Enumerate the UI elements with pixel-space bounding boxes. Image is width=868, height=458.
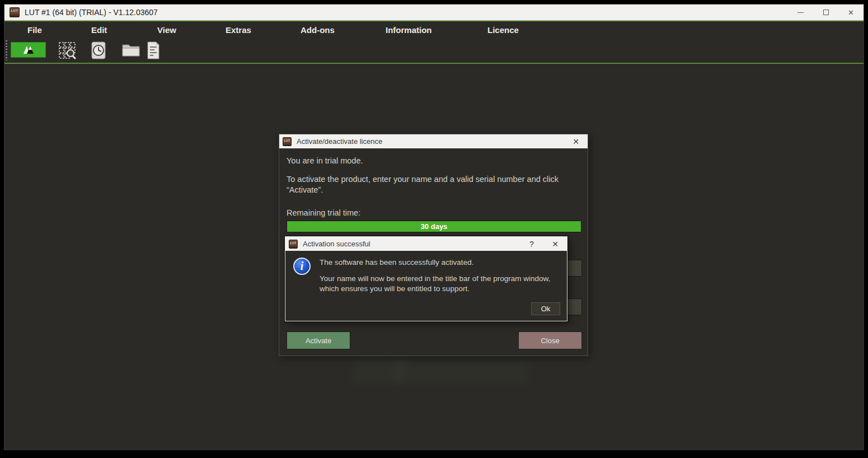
- trial-mode-text: You are in trial mode.: [287, 156, 363, 166]
- licence-dialog-title: Activate/deactivate licence: [297, 137, 382, 146]
- close-button[interactable]: ✕: [838, 4, 864, 20]
- name-input-partial[interactable]: [567, 260, 582, 277]
- activation-instructions: To activate the product, enter your name…: [287, 174, 569, 195]
- lut-logo-icon: [21, 44, 36, 55]
- open-folder-button[interactable]: [121, 41, 140, 57]
- grid-search-button[interactable]: [58, 41, 77, 59]
- background-watermark: [392, 363, 529, 384]
- activation-dialog-close-button[interactable]: ✕: [543, 237, 567, 251]
- serial-input-partial[interactable]: [567, 298, 582, 315]
- close-icon: ✕: [552, 240, 559, 249]
- activation-message-secondary: Your name will now be entered in the tit…: [320, 274, 561, 294]
- licence-dialog-titlebar[interactable]: LUT Activate/deactivate licence ✕: [279, 134, 588, 148]
- activate-button[interactable]: Activate: [287, 331, 350, 349]
- toolbar: [4, 39, 864, 63]
- menu-information[interactable]: Information: [386, 21, 432, 39]
- menu-view[interactable]: View: [157, 21, 176, 39]
- maximize-icon: [823, 10, 829, 15]
- activation-success-dialog: LUT Activation successful ? ✕ i The soft…: [285, 236, 567, 321]
- minimize-icon: [797, 12, 804, 13]
- window-titlebar[interactable]: LUT LUT #1 (64 bit) (TRIAL) - V1.12.0360…: [4, 4, 864, 20]
- trial-time-progressbar: 30 days: [287, 221, 581, 232]
- close-icon: ✕: [848, 8, 854, 17]
- window-title: LUT #1 (64 bit) (TRIAL) - V1.12.03607: [25, 8, 158, 17]
- menubar: File Edit View Extras Add-ons Informatio…: [4, 21, 864, 39]
- app-window: LUT LUT #1 (64 bit) (TRIAL) - V1.12.0360…: [4, 4, 864, 450]
- toolbar-accent-line: [4, 63, 864, 64]
- licence-dialog-close-button[interactable]: ✕: [564, 134, 588, 148]
- app-logo-icon: LUT: [289, 240, 298, 249]
- close-icon: ✕: [573, 137, 579, 146]
- minimize-button[interactable]: [788, 4, 813, 20]
- licence-dialog-controls: ✕: [564, 134, 588, 148]
- activation-dialog-titlebar[interactable]: LUT Activation successful ? ✕: [285, 237, 567, 251]
- menu-extras[interactable]: Extras: [226, 21, 251, 39]
- document-icon: [146, 41, 161, 59]
- history-button[interactable]: [90, 41, 107, 59]
- info-icon: i: [293, 258, 311, 275]
- app-logo-icon: LUT: [283, 137, 292, 146]
- toolbar-grip-handle[interactable]: [6, 40, 7, 60]
- menu-edit[interactable]: Edit: [91, 21, 107, 39]
- remaining-trial-label: Remaining trial time:: [287, 208, 360, 218]
- folder-icon: [121, 41, 140, 57]
- activation-dialog-controls: ? ✕: [520, 237, 567, 251]
- app-logo-icon: LUT: [10, 7, 20, 17]
- help-icon: ?: [529, 240, 534, 249]
- menu-addons[interactable]: Add-ons: [301, 21, 335, 39]
- history-icon: [90, 41, 107, 59]
- help-button[interactable]: ?: [520, 237, 543, 251]
- document-button[interactable]: [146, 41, 161, 59]
- menu-file[interactable]: File: [27, 21, 42, 39]
- window-controls: ✕: [788, 4, 864, 20]
- maximize-button[interactable]: [813, 4, 838, 20]
- menu-licence[interactable]: Licence: [487, 21, 519, 39]
- logo-toggle-button[interactable]: [11, 42, 46, 58]
- grid-search-icon: [58, 41, 77, 59]
- ok-button[interactable]: Ok: [531, 302, 560, 315]
- activation-message-primary: The software has been successfully activ…: [320, 258, 473, 268]
- activation-dialog-title: Activation successful: [303, 240, 370, 248]
- close-dialog-button[interactable]: Close: [518, 331, 582, 349]
- trial-time-value: 30 days: [421, 222, 448, 231]
